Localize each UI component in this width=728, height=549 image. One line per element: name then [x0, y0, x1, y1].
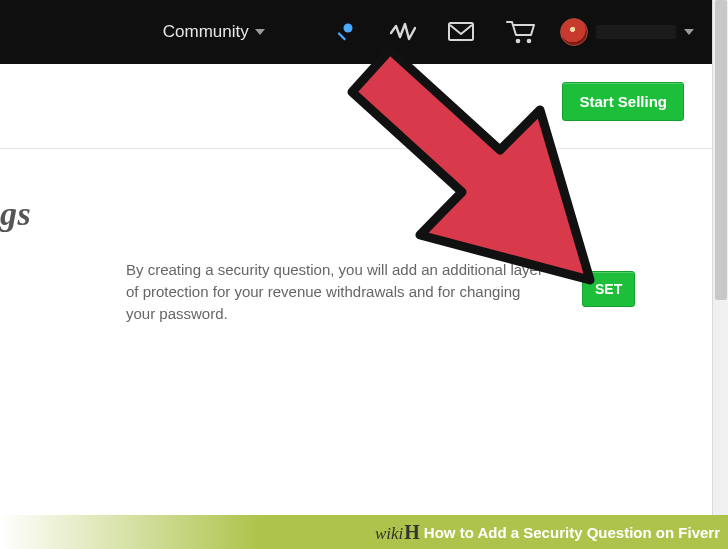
- svg-point-3: [516, 39, 521, 44]
- nav-messages[interactable]: [432, 0, 490, 64]
- nav-item-community[interactable]: Community: [147, 0, 281, 64]
- chevron-down-icon: [684, 29, 694, 35]
- security-question-description: By creating a security question, you wil…: [126, 259, 546, 324]
- set-button[interactable]: SET: [582, 271, 635, 307]
- nav-cart[interactable]: [490, 0, 552, 64]
- divider: [0, 148, 712, 149]
- nav-label-community: Community: [163, 22, 249, 42]
- nav-notifications[interactable]: [316, 0, 374, 64]
- svg-point-4: [527, 39, 532, 44]
- chevron-down-icon: [255, 29, 265, 35]
- avatar: [560, 18, 588, 46]
- user-menu[interactable]: [552, 18, 712, 46]
- svg-point-0: [344, 24, 353, 33]
- wikihow-logo: wikiH: [375, 521, 420, 544]
- article-title: How to Add a Security Question on Fiverr: [424, 524, 720, 541]
- activity-icon: [390, 20, 416, 44]
- nav-analytics[interactable]: [374, 0, 432, 64]
- start-selling-button[interactable]: Start Selling: [562, 82, 684, 121]
- page-heading-fragment: gs: [0, 195, 31, 233]
- vertical-scrollbar[interactable]: [712, 0, 728, 549]
- svg-rect-1: [337, 32, 346, 41]
- username-redacted: [596, 25, 676, 39]
- mail-icon: [448, 22, 474, 42]
- check-pin-icon: [332, 20, 358, 44]
- scrollbar-thumb[interactable]: [715, 0, 727, 300]
- wikihow-caption-bar: wikiH How to Add a Security Question on …: [0, 515, 728, 549]
- cart-icon: [506, 19, 536, 45]
- svg-rect-2: [449, 23, 473, 40]
- top-navigation-bar: Community: [0, 0, 712, 64]
